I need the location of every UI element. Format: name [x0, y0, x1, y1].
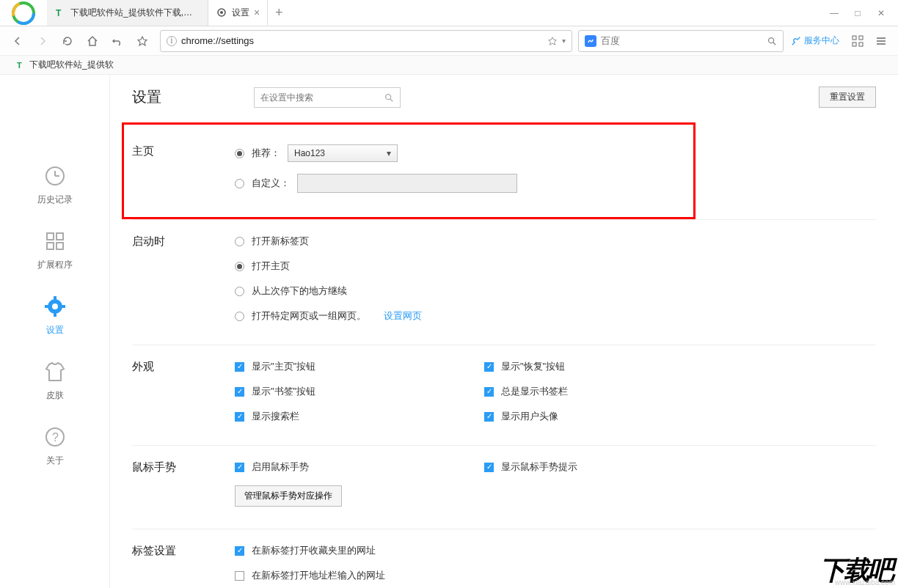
svg-rect-25 [54, 296, 56, 300]
radio-custom[interactable] [235, 179, 244, 188]
checkbox-show-restore-btn[interactable] [484, 362, 494, 372]
favorite-button[interactable] [131, 29, 154, 53]
svg-point-24 [52, 304, 58, 309]
checkbox-show-avatar[interactable] [484, 412, 494, 422]
baidu-icon [585, 35, 596, 47]
tab-strip: T 下载吧软件站_提供软件下载,手机 设置 × + [47, 0, 823, 26]
reset-settings-button[interactable]: 重置设置 [819, 87, 876, 108]
sidebar-item-label: 设置 [46, 324, 64, 337]
svg-text:T: T [56, 8, 62, 18]
radio-home[interactable] [235, 262, 244, 271]
svg-point-6 [769, 37, 774, 43]
radio-label: 推荐： [252, 147, 280, 160]
manage-gestures-button[interactable]: 管理鼠标手势对应操作 [235, 485, 342, 507]
svg-point-5 [220, 11, 223, 14]
settings-header: 设置 重置设置 [132, 87, 876, 108]
service-center-link[interactable]: 服务中心 [785, 34, 845, 47]
bookmark-favicon-icon: T [16, 60, 26, 70]
checkbox-label: 显示搜索栏 [252, 410, 299, 423]
sidebar-item-skin[interactable]: 皮肤 [42, 359, 68, 402]
gear-icon [216, 7, 227, 18]
close-window-button[interactable]: ✕ [870, 4, 892, 23]
checkbox-label: 启用鼠标手势 [252, 460, 309, 474]
svg-text:?: ? [52, 431, 59, 444]
settings-search-input[interactable] [260, 92, 384, 103]
set-pages-link[interactable]: 设置网页 [384, 309, 422, 323]
section-title: 标签设置 [132, 544, 235, 582]
info-icon: i [167, 36, 177, 46]
sidebar-item-settings[interactable]: 设置 [42, 293, 68, 337]
gear-icon [42, 293, 68, 320]
close-icon[interactable]: × [254, 7, 260, 18]
undo-button[interactable] [106, 29, 129, 53]
section-title: 鼠标手势 [132, 460, 235, 507]
hamburger-icon[interactable] [870, 30, 892, 52]
star-icon[interactable] [547, 36, 558, 46]
sidebar-item-label: 皮肤 [46, 389, 64, 402]
checkbox-label: 显示"书签"按钮 [252, 385, 315, 398]
checkbox-label: 在新标签打开收藏夹里的网址 [252, 544, 376, 557]
checkbox-gesture-hint[interactable] [484, 463, 494, 472]
checkbox-show-bookmark-btn[interactable] [235, 387, 244, 397]
radio-label: 自定义： [252, 177, 290, 190]
radio-label: 打开新标签页 [252, 235, 309, 248]
back-button[interactable] [6, 29, 29, 53]
chevron-down-icon[interactable]: ▾ [562, 37, 566, 45]
sidebar-item-about[interactable]: ? 关于 [42, 424, 68, 467]
home-button[interactable] [81, 29, 104, 53]
toolbar: i chrome://settings ▾ 服务中心 [0, 26, 898, 56]
checkbox-show-searchbar[interactable] [235, 412, 244, 422]
checkbox-always-bookmarks[interactable] [484, 387, 494, 397]
tab-title: 下载吧软件站_提供软件下载,手机 [70, 7, 200, 19]
page-body: 历史记录 扩展程序 设置 皮肤 ? 关于 设置 重置设置 [0, 75, 898, 588]
section-appearance: 外观 显示"主页"按钮 显示"恢复"按钮 显示"书签"按钮 总是显示书签栏 显示… [132, 345, 876, 446]
search-icon[interactable] [767, 36, 777, 46]
qr-icon[interactable] [847, 30, 869, 52]
window-controls: — □ ✕ [823, 0, 898, 26]
svg-rect-11 [859, 43, 863, 46]
maximize-button[interactable]: □ [847, 4, 869, 23]
search-bar[interactable] [578, 30, 784, 52]
sidebar-item-history[interactable]: 历史记录 [37, 163, 73, 206]
checkbox-show-home-btn[interactable] [235, 362, 244, 372]
new-tab-button[interactable]: + [268, 0, 290, 26]
checkbox-enable-gesture[interactable] [235, 463, 244, 472]
address-bar[interactable]: i chrome://settings ▾ [160, 30, 572, 52]
home-recommend-row: 推荐： Hao123 [235, 144, 876, 162]
radio-recommend[interactable] [235, 149, 244, 158]
home-custom-input[interactable] [297, 174, 517, 193]
svg-rect-26 [54, 313, 56, 317]
checkbox-open-addr[interactable] [235, 571, 244, 581]
section-title: 主页 [132, 144, 235, 193]
forward-button[interactable] [31, 29, 54, 53]
home-recommend-dropdown[interactable]: Hao123 [288, 144, 398, 162]
svg-rect-20 [56, 233, 63, 240]
bookmark-item-0[interactable]: T 下载吧软件站_提供软 [12, 57, 118, 73]
checkbox-label: 显示"恢复"按钮 [501, 360, 565, 373]
settings-search[interactable] [254, 87, 401, 108]
checkbox-label: 总是显示书签栏 [501, 385, 568, 398]
checkbox-open-fav[interactable] [235, 546, 244, 556]
svg-line-32 [390, 98, 393, 101]
sidebar-item-extensions[interactable]: 扩展程序 [37, 228, 73, 271]
svg-rect-19 [47, 233, 54, 240]
clock-icon [42, 163, 68, 189]
radio-newtab[interactable] [235, 237, 244, 246]
tab-inactive-0[interactable]: T 下载吧软件站_提供软件下载,手机 [47, 0, 208, 26]
settings-main: 设置 重置设置 主页 推荐： Hao123 自定义： [110, 75, 898, 588]
search-icon[interactable] [384, 92, 394, 103]
radio-label: 从上次停下的地方继续 [252, 284, 347, 298]
svg-rect-27 [45, 305, 48, 308]
svg-point-31 [386, 94, 391, 99]
app-logo [0, 0, 47, 26]
search-input[interactable] [601, 35, 762, 46]
reload-button[interactable] [56, 29, 79, 53]
radio-pages[interactable] [235, 312, 244, 321]
minimize-button[interactable]: — [823, 4, 845, 23]
tshirt-icon [42, 359, 68, 385]
tab-active[interactable]: 设置 × [208, 0, 268, 26]
question-icon: ? [42, 424, 68, 450]
grid-icon [42, 228, 68, 254]
svg-text:T: T [17, 61, 22, 70]
radio-continue[interactable] [235, 287, 244, 296]
